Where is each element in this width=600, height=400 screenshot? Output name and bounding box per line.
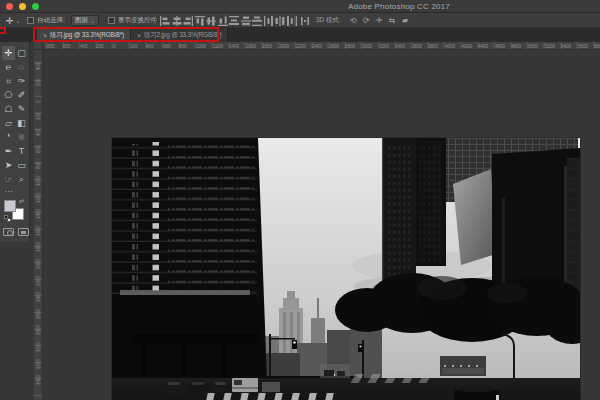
chevron-down-icon: ⌄	[16, 17, 21, 24]
auto-select-label: 自动选择:	[37, 16, 65, 25]
align-top-icon[interactable]	[195, 16, 205, 26]
3d-slide-icon[interactable]: ⇆	[387, 16, 397, 25]
shape-tool[interactable]: ▭	[15, 158, 28, 172]
dist-left-icon[interactable]	[264, 16, 274, 26]
dist-bottom-icon[interactable]	[252, 16, 262, 26]
align-right-icon[interactable]	[183, 16, 193, 26]
dist-spacing-icon[interactable]	[300, 16, 310, 26]
eyedropper-tool[interactable]: ✑	[15, 74, 28, 88]
tab-document-1[interactable]: × 练习.jpg @ 33.3%(RGB/8*)	[37, 28, 131, 42]
vertical-ruler[interactable]: 4002000200400600800100012001400160018002…	[34, 50, 43, 400]
layer-select-wrap: 图层 ⌄	[71, 13, 99, 28]
ruler-h-label: 2400	[312, 43, 322, 48]
close-icon[interactable]: ×	[137, 32, 141, 39]
ruler-h-label: 200	[130, 43, 138, 48]
dist-right-icon[interactable]	[287, 16, 297, 26]
ruler-h-label: 2800	[345, 43, 355, 48]
eraser-tool[interactable]: ▱	[2, 116, 15, 130]
path-select-tool[interactable]: ➤	[2, 158, 15, 172]
ruler-h-label: 1400	[229, 43, 239, 48]
dist-center-h-icon[interactable]	[275, 16, 285, 26]
canvas-pasteboard[interactable]: SCHOOL	[0, 42, 600, 400]
dodge-tool[interactable]: ⌾	[15, 130, 28, 144]
show-transform-option: 显示变换控件	[108, 13, 157, 28]
divider	[294, 15, 295, 25]
layer-select-dropdown[interactable]: 图层 ⌄	[71, 15, 99, 26]
show-transform-checkbox[interactable]	[108, 17, 115, 24]
ruler-h-label: 3400	[395, 43, 405, 48]
chevron-down-icon: ⌄	[90, 17, 95, 24]
3d-drag-icon[interactable]: ✛	[374, 16, 384, 25]
divider	[155, 15, 156, 25]
3d-camera-icon[interactable]: ▰	[400, 16, 410, 25]
document-canvas-photo[interactable]: SCHOOL	[112, 138, 580, 400]
move-tool[interactable]: ✛	[2, 46, 15, 60]
crop-tool[interactable]: ⌗	[2, 74, 15, 88]
ruler-corner[interactable]	[34, 42, 43, 50]
ruler-h-label: 800	[47, 43, 55, 48]
ruler-v-label: 0	[35, 85, 40, 103]
ruler-v-label: 2200	[35, 268, 40, 286]
ruler-v-label: 200	[35, 102, 40, 120]
current-tool-indicator[interactable]: ✛ ⌄	[6, 13, 21, 28]
healing-tool[interactable]: ⎔	[2, 88, 15, 102]
ruler-h-label: 200	[96, 43, 104, 48]
history-brush-tool[interactable]: ✎	[15, 102, 28, 116]
zoom-tool[interactable]: ⌕	[15, 172, 28, 186]
ruler-h-label: 2200	[296, 43, 306, 48]
align-center-v-icon[interactable]	[206, 16, 216, 26]
ruler-h-label: 5600	[578, 43, 588, 48]
ruler-h-label: 3600	[412, 43, 422, 48]
auto-select-checkbox[interactable]	[27, 17, 34, 24]
close-window-button[interactable]	[6, 3, 13, 10]
horizontal-ruler[interactable]: 8006004002000200400600800100012001400160…	[43, 42, 600, 50]
default-colors-icon	[7, 218, 11, 222]
3d-roll-icon[interactable]: ⟳	[361, 16, 371, 25]
dist-center-v-icon[interactable]	[241, 16, 251, 26]
quick-mask-button[interactable]	[3, 228, 14, 236]
stamp-tool[interactable]: ☖	[2, 102, 15, 116]
layer-select-value: 图层	[75, 16, 88, 25]
ruler-v-label: 1000	[35, 168, 40, 186]
ruler-h-label: 4800	[511, 43, 521, 48]
ruler-h-label: 5000	[528, 43, 538, 48]
marquee-tool[interactable]: ▢	[15, 46, 28, 60]
align-left-icon[interactable]	[160, 16, 170, 26]
close-icon[interactable]: ×	[43, 32, 47, 39]
ruler-v-label: 2400	[35, 284, 40, 302]
brush-tool[interactable]: ✐	[15, 88, 28, 102]
edit-toolbar-button[interactable]: ⋯	[2, 187, 15, 196]
show-transform-label: 显示变换控件	[118, 16, 157, 25]
lasso-tool[interactable]: ℮	[2, 60, 15, 74]
3d-orbit-icon[interactable]: ⟲	[348, 16, 358, 25]
align-center-h-icon[interactable]	[172, 16, 182, 26]
ruler-v-label: 1800	[35, 234, 40, 252]
options-bar: ✛ ⌄ 自动选择: 图层 ⌄ 显示变换控件 3D 模式 ⟲⟳✛⇆▰	[0, 13, 600, 28]
quick-select-tool[interactable]: ◌	[15, 60, 28, 74]
blur-tool[interactable]: ❛	[2, 130, 15, 144]
pen-tool[interactable]: ✒	[2, 144, 15, 158]
tab-document-2[interactable]: × 练习2.jpg @ 33.3%(RGB/8*)	[131, 28, 228, 42]
swap-colors-icon[interactable]: ⇄	[19, 197, 24, 204]
ruler-h-label: 400	[146, 43, 154, 48]
zoom-window-button[interactable]	[32, 3, 39, 10]
gradient-tool[interactable]: ◧	[15, 116, 28, 130]
screen-mode-button[interactable]	[18, 228, 29, 236]
hand-tool[interactable]: ☞	[2, 172, 15, 186]
tool-grid: ✛▢℮◌⌗✑⎔✐☖✎▱◧❛⌾✒T➤▭☞⌕	[2, 46, 28, 186]
ruler-h-label: 4200	[462, 43, 472, 48]
minimize-window-button[interactable]	[19, 3, 26, 10]
ruler-h-label: 5800	[594, 43, 600, 48]
dist-top-icon[interactable]	[229, 16, 239, 26]
type-tool[interactable]: T	[15, 144, 28, 158]
title-bar: Adobe Photoshop CC 2017	[0, 0, 600, 13]
ruler-v-label: 200	[35, 68, 40, 86]
ruler-h-label: 1600	[246, 43, 256, 48]
ruler-h-label: 1200	[213, 43, 223, 48]
divider	[224, 15, 225, 25]
tab-title: 练习2.jpg @ 33.3%(RGB/8*)	[144, 31, 222, 40]
document-tab-bar: × 练习.jpg @ 33.3%(RGB/8*) × 练习2.jpg @ 33.…	[0, 28, 600, 42]
foreground-color-swatch[interactable]	[4, 200, 16, 212]
align-bottom-icon[interactable]	[218, 16, 228, 26]
ruler-h-label: 600	[63, 43, 71, 48]
